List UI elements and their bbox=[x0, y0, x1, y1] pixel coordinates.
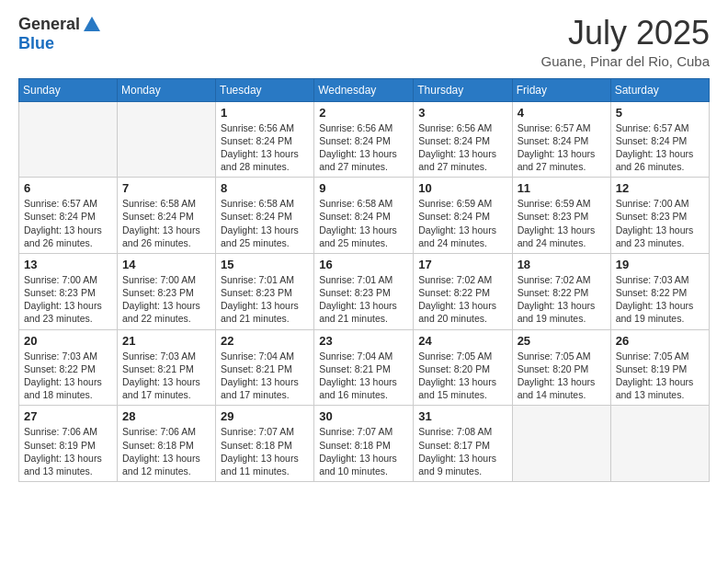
day-number: 12 bbox=[616, 181, 704, 195]
calendar-cell: 28Sunrise: 7:06 AM Sunset: 8:18 PM Dayli… bbox=[118, 406, 216, 482]
day-info: Sunrise: 7:05 AM Sunset: 8:19 PM Dayligh… bbox=[616, 350, 704, 402]
logo: General Blue bbox=[18, 15, 102, 53]
day-info: Sunrise: 7:02 AM Sunset: 8:22 PM Dayligh… bbox=[418, 273, 506, 326]
calendar-header-row: Sunday Monday Tuesday Wednesday Thursday… bbox=[19, 78, 710, 101]
calendar-cell: 10Sunrise: 6:59 AM Sunset: 8:24 PM Dayli… bbox=[414, 178, 512, 254]
calendar-cell: 11Sunrise: 6:59 AM Sunset: 8:23 PM Dayli… bbox=[512, 178, 610, 254]
calendar-cell: 15Sunrise: 7:01 AM Sunset: 8:23 PM Dayli… bbox=[216, 253, 314, 329]
day-number: 1 bbox=[221, 106, 309, 120]
col-tuesday: Tuesday bbox=[216, 78, 314, 101]
title-block: July 2025 Guane, Pinar del Rio, Cuba bbox=[541, 15, 710, 69]
day-number: 21 bbox=[122, 334, 210, 348]
day-info: Sunrise: 7:01 AM Sunset: 8:23 PM Dayligh… bbox=[221, 273, 309, 326]
col-monday: Monday bbox=[118, 78, 216, 101]
calendar-cell: 7Sunrise: 6:58 AM Sunset: 8:24 PM Daylig… bbox=[118, 178, 216, 254]
calendar-week-row: 27Sunrise: 7:06 AM Sunset: 8:19 PM Dayli… bbox=[19, 406, 710, 482]
day-info: Sunrise: 6:57 AM Sunset: 8:24 PM Dayligh… bbox=[518, 121, 606, 174]
day-number: 4 bbox=[518, 106, 606, 120]
col-sunday: Sunday bbox=[19, 78, 118, 101]
calendar-week-row: 13Sunrise: 7:00 AM Sunset: 8:23 PM Dayli… bbox=[19, 253, 710, 329]
day-number: 8 bbox=[221, 181, 309, 195]
day-info: Sunrise: 7:06 AM Sunset: 8:18 PM Dayligh… bbox=[122, 425, 210, 477]
calendar-cell: 30Sunrise: 7:07 AM Sunset: 8:18 PM Dayli… bbox=[314, 406, 414, 482]
day-info: Sunrise: 7:07 AM Sunset: 8:18 PM Dayligh… bbox=[319, 425, 408, 477]
day-info: Sunrise: 6:59 AM Sunset: 8:23 PM Dayligh… bbox=[518, 197, 606, 249]
calendar-cell: 20Sunrise: 7:03 AM Sunset: 8:22 PM Dayli… bbox=[19, 329, 118, 406]
day-info: Sunrise: 6:56 AM Sunset: 8:24 PM Dayligh… bbox=[319, 121, 408, 174]
col-wednesday: Wednesday bbox=[314, 78, 414, 101]
month-year: July 2025 bbox=[541, 15, 710, 52]
day-number: 7 bbox=[122, 181, 210, 195]
day-number: 27 bbox=[24, 409, 112, 423]
day-info: Sunrise: 6:59 AM Sunset: 8:24 PM Dayligh… bbox=[418, 197, 506, 249]
calendar-cell: 13Sunrise: 7:00 AM Sunset: 8:23 PM Dayli… bbox=[19, 253, 118, 329]
svg-marker-0 bbox=[84, 17, 100, 31]
day-info: Sunrise: 7:03 AM Sunset: 8:22 PM Dayligh… bbox=[24, 350, 112, 402]
header: General Blue July 2025 Guane, Pinar del … bbox=[18, 15, 710, 69]
calendar-cell: 24Sunrise: 7:05 AM Sunset: 8:20 PM Dayli… bbox=[414, 329, 512, 406]
day-number: 30 bbox=[319, 409, 408, 423]
calendar-cell: 27Sunrise: 7:06 AM Sunset: 8:19 PM Dayli… bbox=[19, 406, 118, 482]
day-info: Sunrise: 7:00 AM Sunset: 8:23 PM Dayligh… bbox=[24, 273, 112, 326]
calendar-cell: 19Sunrise: 7:03 AM Sunset: 8:22 PM Dayli… bbox=[610, 253, 709, 329]
logo-blue: Blue bbox=[18, 35, 102, 53]
calendar-cell: 17Sunrise: 7:02 AM Sunset: 8:22 PM Dayli… bbox=[414, 253, 512, 329]
day-info: Sunrise: 6:58 AM Sunset: 8:24 PM Dayligh… bbox=[122, 197, 210, 249]
day-number: 3 bbox=[418, 106, 506, 120]
calendar-cell: 6Sunrise: 6:57 AM Sunset: 8:24 PM Daylig… bbox=[19, 178, 118, 254]
calendar: Sunday Monday Tuesday Wednesday Thursday… bbox=[18, 78, 710, 482]
calendar-cell: 22Sunrise: 7:04 AM Sunset: 8:21 PM Dayli… bbox=[216, 329, 314, 406]
logo-icon bbox=[82, 15, 102, 35]
day-number: 2 bbox=[319, 106, 408, 120]
calendar-cell: 3Sunrise: 6:56 AM Sunset: 8:24 PM Daylig… bbox=[414, 101, 512, 178]
day-number: 13 bbox=[24, 258, 112, 271]
calendar-cell: 5Sunrise: 6:57 AM Sunset: 8:24 PM Daylig… bbox=[610, 101, 709, 178]
calendar-week-row: 6Sunrise: 6:57 AM Sunset: 8:24 PM Daylig… bbox=[19, 178, 710, 254]
day-info: Sunrise: 7:04 AM Sunset: 8:21 PM Dayligh… bbox=[319, 350, 408, 402]
calendar-cell: 21Sunrise: 7:03 AM Sunset: 8:21 PM Dayli… bbox=[118, 329, 216, 406]
day-info: Sunrise: 7:04 AM Sunset: 8:21 PM Dayligh… bbox=[221, 350, 309, 402]
calendar-cell: 9Sunrise: 6:58 AM Sunset: 8:24 PM Daylig… bbox=[314, 178, 414, 254]
day-number: 18 bbox=[518, 258, 606, 271]
day-number: 28 bbox=[122, 409, 210, 423]
day-number: 23 bbox=[319, 334, 408, 348]
calendar-cell: 16Sunrise: 7:01 AM Sunset: 8:23 PM Dayli… bbox=[314, 253, 414, 329]
day-info: Sunrise: 6:56 AM Sunset: 8:24 PM Dayligh… bbox=[221, 121, 309, 174]
day-info: Sunrise: 7:00 AM Sunset: 8:23 PM Dayligh… bbox=[122, 273, 210, 326]
calendar-cell: 12Sunrise: 7:00 AM Sunset: 8:23 PM Dayli… bbox=[610, 178, 709, 254]
day-info: Sunrise: 6:58 AM Sunset: 8:24 PM Dayligh… bbox=[221, 197, 309, 249]
calendar-cell: 2Sunrise: 6:56 AM Sunset: 8:24 PM Daylig… bbox=[314, 101, 414, 178]
day-info: Sunrise: 7:06 AM Sunset: 8:19 PM Dayligh… bbox=[24, 425, 112, 477]
calendar-cell: 26Sunrise: 7:05 AM Sunset: 8:19 PM Dayli… bbox=[610, 329, 709, 406]
day-number: 10 bbox=[418, 181, 506, 195]
day-info: Sunrise: 6:58 AM Sunset: 8:24 PM Dayligh… bbox=[319, 197, 408, 249]
calendar-cell: 29Sunrise: 7:07 AM Sunset: 8:18 PM Dayli… bbox=[216, 406, 314, 482]
col-thursday: Thursday bbox=[414, 78, 512, 101]
day-info: Sunrise: 7:03 AM Sunset: 8:21 PM Dayligh… bbox=[122, 350, 210, 402]
day-info: Sunrise: 6:57 AM Sunset: 8:24 PM Dayligh… bbox=[24, 197, 112, 249]
calendar-cell: 1Sunrise: 6:56 AM Sunset: 8:24 PM Daylig… bbox=[216, 101, 314, 178]
day-number: 15 bbox=[221, 258, 309, 271]
day-number: 5 bbox=[616, 106, 704, 120]
calendar-cell: 8Sunrise: 6:58 AM Sunset: 8:24 PM Daylig… bbox=[216, 178, 314, 254]
day-info: Sunrise: 7:05 AM Sunset: 8:20 PM Dayligh… bbox=[518, 350, 606, 402]
day-info: Sunrise: 7:00 AM Sunset: 8:23 PM Dayligh… bbox=[616, 197, 704, 249]
day-info: Sunrise: 6:57 AM Sunset: 8:24 PM Dayligh… bbox=[616, 121, 704, 174]
day-number: 9 bbox=[319, 181, 408, 195]
calendar-cell bbox=[118, 101, 216, 178]
day-info: Sunrise: 7:08 AM Sunset: 8:17 PM Dayligh… bbox=[418, 425, 506, 477]
day-number: 29 bbox=[221, 409, 309, 423]
day-number: 20 bbox=[24, 334, 112, 348]
calendar-cell: 4Sunrise: 6:57 AM Sunset: 8:24 PM Daylig… bbox=[512, 101, 610, 178]
day-number: 16 bbox=[319, 258, 408, 271]
day-info: Sunrise: 7:05 AM Sunset: 8:20 PM Dayligh… bbox=[418, 350, 506, 402]
calendar-week-row: 20Sunrise: 7:03 AM Sunset: 8:22 PM Dayli… bbox=[19, 329, 710, 406]
day-number: 31 bbox=[418, 409, 506, 423]
day-number: 26 bbox=[616, 334, 704, 348]
calendar-week-row: 1Sunrise: 6:56 AM Sunset: 8:24 PM Daylig… bbox=[19, 101, 710, 178]
day-info: Sunrise: 6:56 AM Sunset: 8:24 PM Dayligh… bbox=[418, 121, 506, 174]
logo-general: General bbox=[18, 16, 80, 34]
day-info: Sunrise: 7:07 AM Sunset: 8:18 PM Dayligh… bbox=[221, 425, 309, 477]
col-friday: Friday bbox=[512, 78, 610, 101]
calendar-cell: 23Sunrise: 7:04 AM Sunset: 8:21 PM Dayli… bbox=[314, 329, 414, 406]
